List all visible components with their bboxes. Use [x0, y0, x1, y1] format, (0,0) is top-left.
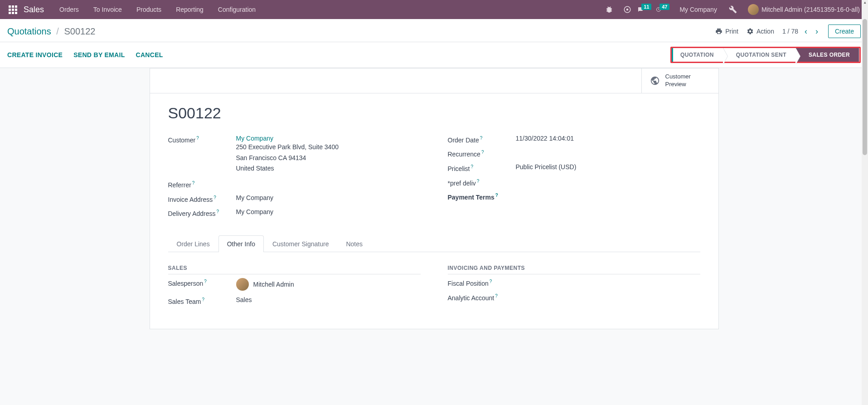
statusbar: QUOTATION QUOTATION SENT SALES ORDER	[670, 47, 861, 63]
nav-reporting[interactable]: Reporting	[169, 0, 211, 19]
customer-address: 250 Executive Park Blvd, Suite 3400 San …	[236, 142, 421, 174]
customer-preview-label: CustomerPreview	[665, 73, 691, 88]
messages-icon[interactable]: 11	[638, 0, 653, 19]
tab-notes[interactable]: Notes	[337, 235, 371, 252]
tab-other-info[interactable]: Other Info	[218, 235, 264, 252]
cancel-button[interactable]: CANCEL	[136, 51, 163, 59]
support-icon[interactable]	[620, 0, 635, 19]
record-title: S00122	[168, 104, 700, 122]
button-box: CustomerPreview	[150, 68, 718, 93]
delivery-address-value[interactable]: My Company	[236, 208, 421, 215]
breadcrumb: Quotations / S00122	[7, 26, 95, 37]
form-sheet: CustomerPreview S00122 Customer? My Comp…	[150, 68, 719, 329]
customer-preview-button[interactable]: CustomerPreview	[641, 68, 718, 93]
salesperson-avatar-icon	[236, 278, 249, 291]
section-sales: SALES	[168, 265, 421, 274]
label-delivery-address: Delivery Address?	[168, 208, 236, 217]
scrollbar-thumb[interactable]	[863, 19, 867, 155]
label-order-date: Order Date?	[448, 135, 516, 144]
salesperson-value[interactable]: Mitchell Admin	[236, 278, 421, 291]
status-quotation-sent[interactable]: QUOTATION SENT	[723, 48, 796, 62]
control-panel: Quotations / S00122 Print Action 1 / 78 …	[0, 19, 868, 42]
pager-prev[interactable]: ‹	[803, 26, 809, 37]
send-email-button[interactable]: SEND BY EMAIL	[73, 51, 125, 59]
label-payment-terms: Payment Terms?	[448, 192, 516, 201]
sales-team-value[interactable]: Sales	[236, 296, 421, 303]
label-fiscal-position: Fiscal Position?	[448, 278, 516, 287]
scrollbar[interactable]: ▴	[862, 0, 868, 329]
company-selector[interactable]: My Company	[674, 6, 722, 13]
breadcrumb-parent[interactable]: Quotations	[7, 26, 51, 36]
apps-menu-icon[interactable]	[4, 0, 22, 19]
status-quotation[interactable]: QUOTATION	[672, 48, 723, 62]
pager: 1 / 78 ‹ ›	[782, 26, 820, 37]
svg-point-1	[626, 9, 629, 11]
app-brand[interactable]: Sales	[22, 5, 52, 15]
label-invoice-address: Invoice Address?	[168, 194, 236, 203]
user-menu[interactable]: Mitchell Admin (21451359-16-0-all)	[743, 4, 864, 15]
nav-configuration[interactable]: Configuration	[211, 0, 263, 19]
order-date-value[interactable]: 11/30/2022 14:04:01	[516, 135, 700, 142]
activities-badge: 47	[659, 4, 669, 10]
tab-customer-signature[interactable]: Customer Signature	[264, 235, 338, 252]
nav-products[interactable]: Products	[129, 0, 169, 19]
label-customer: Customer?	[168, 135, 236, 144]
action-dropdown[interactable]: Action	[747, 28, 774, 35]
action-bar: CREATE INVOICE SEND BY EMAIL CANCEL QUOT…	[0, 42, 868, 68]
invoice-address-value[interactable]: My Company	[236, 194, 421, 201]
label-analytic-account: Analytic Account?	[448, 293, 516, 302]
user-name: Mitchell Admin (21451359-16-0-all)	[761, 6, 860, 13]
status-sales-order[interactable]: SALES ORDER	[796, 48, 859, 62]
print-button[interactable]: Print	[715, 28, 738, 35]
top-navbar: Sales Orders To Invoice Products Reporti…	[0, 0, 868, 19]
customer-link[interactable]: My Company	[236, 135, 273, 142]
create-button[interactable]: Create	[828, 24, 861, 38]
breadcrumb-current: S00122	[64, 26, 95, 36]
user-avatar-icon	[748, 4, 759, 15]
nav-to-invoice[interactable]: To Invoice	[86, 0, 129, 19]
messages-badge: 11	[641, 4, 651, 10]
create-invoice-button[interactable]: CREATE INVOICE	[7, 51, 63, 59]
globe-icon	[650, 76, 660, 86]
section-invoicing: INVOICING AND PAYMENTS	[448, 265, 700, 274]
nav-orders[interactable]: Orders	[52, 0, 86, 19]
label-pref-deliv: *pref deliv?	[448, 178, 516, 187]
label-sales-team: Sales Team?	[168, 296, 236, 305]
tab-order-lines[interactable]: Order Lines	[168, 235, 218, 252]
notebook-tabs: Order Lines Other Info Customer Signatur…	[168, 235, 700, 252]
debug-icon[interactable]	[601, 0, 617, 19]
label-pricelist: Pricelist?	[448, 163, 516, 172]
pager-value[interactable]: 1 / 78	[782, 28, 798, 35]
print-icon	[715, 28, 723, 35]
scroll-up-icon[interactable]: ▴	[862, 0, 868, 6]
pager-next[interactable]: ›	[814, 26, 820, 37]
pricelist-value[interactable]: Public Pricelist (USD)	[516, 163, 700, 171]
tools-icon[interactable]	[725, 0, 741, 19]
label-salesperson: Salesperson?	[168, 278, 236, 287]
activities-icon[interactable]: 47	[656, 0, 671, 19]
label-referrer: Referrer?	[168, 180, 236, 189]
label-recurrence: Recurrence?	[448, 149, 516, 158]
gear-icon	[747, 28, 754, 35]
